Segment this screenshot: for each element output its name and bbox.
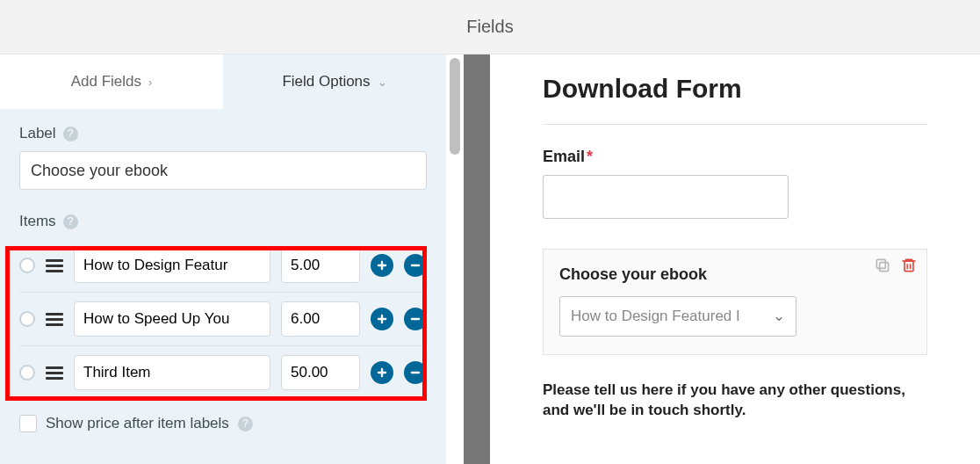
- remove-item-button[interactable]: [404, 254, 427, 277]
- title-divider: [543, 124, 927, 125]
- form-title: Download Form: [543, 74, 762, 105]
- form-preview: Download Form Email* Choose your ebook H…: [490, 54, 980, 464]
- items-section-heading: Items ?: [19, 213, 427, 230]
- drag-handle-icon[interactable]: [46, 366, 63, 380]
- form-note: Please tell us here if you have any othe…: [543, 380, 912, 422]
- remove-item-button[interactable]: [404, 361, 427, 384]
- svg-rect-11: [904, 261, 913, 272]
- top-bar-title: Fields: [466, 17, 513, 37]
- label-input[interactable]: [19, 151, 427, 190]
- main-area: Add Fields › Field Options ⌄ Label ? Ite…: [0, 54, 980, 464]
- help-icon[interactable]: ?: [238, 417, 253, 431]
- tab-add-fields-label: Add Fields: [71, 73, 141, 91]
- chevron-right-icon: ›: [148, 76, 152, 89]
- trash-icon[interactable]: [900, 257, 918, 274]
- item-label-input[interactable]: [74, 248, 270, 283]
- top-bar: Fields: [0, 0, 980, 54]
- help-icon[interactable]: ?: [63, 214, 78, 229]
- tab-field-options-label: Field Options: [282, 73, 370, 91]
- show-price-row: Show price after item labels ?: [19, 415, 427, 432]
- default-radio[interactable]: [19, 365, 35, 381]
- ebook-select-value: How to Design Featured I: [571, 308, 740, 325]
- chevron-down-icon: ⌄: [773, 307, 785, 325]
- item-label-input[interactable]: [74, 355, 270, 390]
- item-row: [19, 293, 427, 346]
- scrollbar-thumb[interactable]: [450, 58, 460, 155]
- duplicate-icon[interactable]: [874, 257, 891, 274]
- svg-rect-10: [876, 259, 885, 268]
- tab-field-options[interactable]: Field Options ⌄: [223, 54, 446, 109]
- field-card-actions: [874, 257, 918, 274]
- add-item-button[interactable]: [371, 254, 393, 277]
- scrollbar-gutter: [446, 54, 464, 464]
- ebook-field-label: Choose your ebook: [559, 265, 911, 284]
- add-item-button[interactable]: [371, 361, 393, 384]
- left-panel: Add Fields › Field Options ⌄ Label ? Ite…: [0, 54, 446, 464]
- default-radio[interactable]: [19, 257, 35, 273]
- remove-item-button[interactable]: [404, 308, 427, 330]
- ebook-select[interactable]: How to Design Featured I ⌄: [559, 296, 796, 337]
- tabs: Add Fields › Field Options ⌄: [0, 54, 446, 109]
- item-price-input[interactable]: [281, 248, 360, 283]
- item-label-input[interactable]: [74, 301, 270, 337]
- tab-add-fields[interactable]: Add Fields ›: [0, 54, 223, 109]
- default-radio[interactable]: [19, 311, 35, 327]
- email-label: Email*: [543, 148, 927, 166]
- items-list: [19, 239, 427, 399]
- show-price-label: Show price after item labels: [46, 415, 229, 432]
- item-row: [19, 346, 427, 399]
- email-label-text: Email: [543, 148, 585, 165]
- item-price-input[interactable]: [281, 355, 360, 390]
- show-price-checkbox[interactable]: [19, 415, 37, 432]
- drag-handle-icon[interactable]: [46, 313, 63, 326]
- label-section-heading: Label ?: [19, 125, 427, 142]
- required-asterisk: *: [587, 148, 593, 165]
- item-price-input[interactable]: [281, 301, 360, 337]
- add-item-button[interactable]: [371, 308, 393, 330]
- chevron-down-icon: ⌄: [378, 76, 387, 89]
- item-row: [19, 239, 427, 293]
- label-heading-text: Label: [19, 125, 56, 142]
- ebook-field-card[interactable]: Choose your ebook How to Design Featured…: [543, 249, 927, 355]
- field-options-body: Label ? Items ?: [0, 109, 446, 464]
- email-input[interactable]: [543, 175, 789, 219]
- help-icon[interactable]: ?: [63, 127, 78, 141]
- svg-rect-9: [880, 262, 889, 271]
- items-heading-text: Items: [19, 213, 56, 230]
- drag-handle-icon[interactable]: [46, 259, 63, 272]
- panel-divider: [464, 54, 490, 464]
